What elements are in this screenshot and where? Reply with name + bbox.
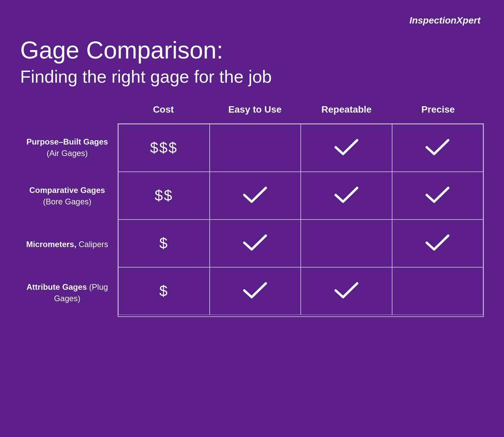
cell-r2-c1 xyxy=(210,220,301,267)
cell-r0-c3 xyxy=(392,124,484,172)
cell-r3-c3 xyxy=(392,267,484,315)
check-icon-r2-c3 xyxy=(425,233,450,253)
row-1-bold: Comparative Gages xyxy=(29,186,105,195)
cell-r1-c2 xyxy=(301,172,392,220)
row-label-0: Purpose–Built Gages (Air Gages) xyxy=(20,123,118,172)
cell-r1-c3 xyxy=(392,172,484,220)
check-icon-r0-c2 xyxy=(334,138,359,158)
cell-r2-c3 xyxy=(392,220,484,267)
subtitle: Finding the right gage for the job xyxy=(20,66,484,87)
main-title: Gage Comparison: xyxy=(20,37,484,64)
row-2-bold: Micrometers, xyxy=(26,240,76,249)
cell-r3-c1 xyxy=(210,267,301,315)
row-label-2: Micrometers, Calipers xyxy=(20,220,118,269)
check-icon-r1-c2 xyxy=(334,186,359,205)
check-icon-r2-c1 xyxy=(243,233,267,253)
row-3-bold: Attribute Gages xyxy=(27,282,87,291)
data-grid: $$$$$$$ xyxy=(118,123,484,317)
check-icon-r1-c1 xyxy=(243,186,267,205)
header-row: Cost Easy to Use Repeatable Precise xyxy=(20,104,484,123)
check-icon-r1-c3 xyxy=(425,186,450,205)
col-header-easy: Easy to Use xyxy=(209,104,301,118)
row-0-normal: (Air Gages) xyxy=(47,149,88,158)
check-icon-r0-c3 xyxy=(425,138,450,158)
cost-value-r0: $$$ xyxy=(150,140,178,156)
cell-r0-c0: $$$ xyxy=(118,124,210,172)
cell-r0-c2 xyxy=(301,124,392,172)
row-0-bold: Purpose–Built Gages xyxy=(27,137,108,146)
col-header-precise: Precise xyxy=(392,104,484,118)
title-section: Gage Comparison: Finding the right gage … xyxy=(20,37,484,87)
cell-r1-c1 xyxy=(210,172,301,220)
cell-r2-c0: $ xyxy=(118,220,210,267)
cell-r2-c2 xyxy=(301,220,392,267)
row-1-normal: (Bore Gages) xyxy=(43,197,91,206)
brand-name: InspectionXpert xyxy=(409,15,480,26)
cell-r1-c0: $$ xyxy=(118,172,210,220)
col-header-repeatable: Repeatable xyxy=(301,104,392,118)
cost-value-r3: $ xyxy=(159,283,168,300)
header-cols: Cost Easy to Use Repeatable Precise xyxy=(118,104,484,118)
check-icon-r3-c2 xyxy=(334,281,359,301)
comparison-table-wrapper: Cost Easy to Use Repeatable Precise Purp… xyxy=(20,104,484,317)
row-2-normal: Calipers xyxy=(76,240,108,249)
check-icon-r3-c1 xyxy=(243,281,267,301)
row-labels-area: Purpose–Built Gages (Air Gages) Comparat… xyxy=(20,123,118,317)
row-label-1: Comparative Gages (Bore Gages) xyxy=(20,172,118,220)
rows-area: Purpose–Built Gages (Air Gages) Comparat… xyxy=(20,123,484,317)
cell-r3-c2 xyxy=(301,267,392,315)
row-label-3: Attribute Gages (Plug Gages) xyxy=(20,269,118,317)
cost-value-r1: $$ xyxy=(155,187,173,204)
page-container: InspectionXpert Gage Comparison: Finding… xyxy=(0,0,504,437)
cell-r0-c1 xyxy=(210,124,301,172)
col-header-cost: Cost xyxy=(118,104,209,118)
brand-logo: InspectionXpert xyxy=(409,15,480,26)
cost-value-r2: $ xyxy=(159,235,168,252)
cell-r3-c0: $ xyxy=(118,267,210,315)
